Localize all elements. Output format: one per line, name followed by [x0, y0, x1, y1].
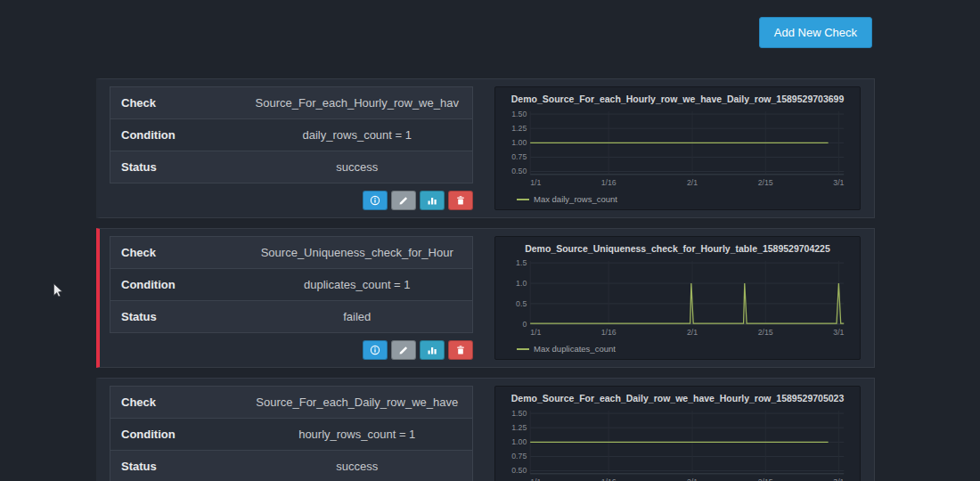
- svg-text:0.75: 0.75: [511, 452, 527, 461]
- chart-legend[interactable]: Max duplicates_count: [504, 344, 851, 354]
- status-value: failed: [242, 301, 473, 333]
- condition-value: daily_rows_count = 1: [242, 119, 473, 151]
- card-actions: [110, 340, 473, 360]
- condition-value: hourly_rows_count = 1: [242, 419, 473, 451]
- chart-button[interactable]: [420, 340, 445, 360]
- check-label: Check: [110, 387, 242, 419]
- info-button[interactable]: [363, 191, 388, 210]
- svg-text:1.50: 1.50: [511, 110, 527, 118]
- check-details: Check Source_For_each_Hourly_row_we_hav …: [110, 86, 473, 210]
- condition-label: Condition: [110, 419, 242, 451]
- svg-text:2/15: 2/15: [758, 178, 773, 187]
- edit-button[interactable]: [391, 340, 416, 360]
- check-card: Check Source_Uniqueness_check_for_Hour C…: [96, 228, 875, 368]
- pencil-icon: [398, 195, 409, 206]
- edit-button[interactable]: [391, 191, 416, 210]
- table-row-check: Check Source_Uniqueness_check_for_Hour: [110, 237, 473, 269]
- svg-text:3/1: 3/1: [833, 178, 844, 187]
- trash-icon: [455, 195, 466, 206]
- chart-legend[interactable]: Max daily_rows_count: [504, 194, 851, 204]
- chart-title: Demo_Source_For_each_Daily_row_we_have_H…: [504, 393, 851, 404]
- svg-text:0.50: 0.50: [511, 167, 527, 176]
- check-value: Source_For_each_Daily_row_we_have: [242, 387, 473, 419]
- chart-panel: Demo_Source_Uniqueness_check_for_Hourly_…: [494, 236, 861, 360]
- table-row-check: Check Source_For_each_Hourly_row_we_hav: [110, 87, 473, 119]
- table-row-check: Check Source_For_each_Daily_row_we_have: [110, 387, 473, 419]
- svg-text:2/1: 2/1: [687, 328, 698, 337]
- delete-button[interactable]: [448, 340, 473, 360]
- table-row-condition: Condition duplicates_count = 1: [110, 269, 473, 301]
- line-chart: 0.500.751.001.251.501/11/162/12/153/1: [504, 107, 851, 192]
- chart-panel: Demo_Source_For_each_Daily_row_we_have_H…: [494, 386, 861, 481]
- mouse-cursor: [52, 283, 64, 298]
- svg-text:1.25: 1.25: [511, 423, 527, 432]
- bar-chart-icon: [427, 195, 437, 206]
- svg-text:0.75: 0.75: [511, 152, 527, 161]
- table-row-status: Status failed: [110, 301, 473, 333]
- trash-icon: [455, 345, 466, 355]
- legend-swatch-icon: [517, 199, 529, 200]
- card-actions: [110, 191, 473, 210]
- svg-text:2/1: 2/1: [687, 477, 698, 481]
- info-icon: [370, 195, 380, 206]
- chart-button[interactable]: [420, 191, 445, 210]
- pencil-icon: [398, 345, 409, 355]
- status-label: Status: [110, 451, 242, 481]
- svg-text:1.25: 1.25: [511, 124, 527, 133]
- delete-button[interactable]: [448, 191, 473, 210]
- svg-text:1/16: 1/16: [601, 477, 617, 481]
- condition-label: Condition: [110, 269, 242, 301]
- status-value: success: [242, 451, 473, 481]
- status-label: Status: [110, 151, 242, 183]
- chart-title: Demo_Source_For_each_Hourly_row_we_have_…: [504, 94, 851, 104]
- svg-text:1.00: 1.00: [511, 437, 527, 446]
- table-row-condition: Condition daily_rows_count = 1: [110, 119, 473, 151]
- svg-text:2/15: 2/15: [758, 477, 773, 481]
- svg-text:3/1: 3/1: [833, 477, 844, 481]
- check-card: Check Source_For_each_Daily_row_we_have …: [96, 378, 875, 481]
- svg-text:0.50: 0.50: [511, 467, 527, 476]
- svg-text:1.5: 1.5: [516, 258, 527, 267]
- svg-text:3/1: 3/1: [833, 328, 844, 337]
- legend-label: Max daily_rows_count: [534, 194, 617, 204]
- line-chart: 00.51.01.51/11/162/12/153/1: [504, 257, 851, 342]
- svg-text:0.5: 0.5: [516, 299, 527, 308]
- checks-list: Check Source_For_each_Hourly_row_we_hav …: [96, 78, 875, 481]
- info-button[interactable]: [363, 340, 388, 360]
- bar-chart-icon: [427, 345, 437, 355]
- svg-text:1/16: 1/16: [601, 178, 617, 187]
- legend-swatch-icon: [517, 348, 529, 350]
- svg-text:0: 0: [522, 320, 527, 329]
- svg-text:2/15: 2/15: [758, 328, 773, 337]
- check-label: Check: [110, 87, 242, 119]
- svg-text:1/1: 1/1: [530, 477, 541, 481]
- check-table: Check Source_For_each_Daily_row_we_have …: [110, 386, 473, 481]
- chart-panel: Demo_Source_For_each_Hourly_row_we_have_…: [494, 86, 861, 210]
- svg-text:1.0: 1.0: [516, 279, 527, 288]
- svg-text:1.00: 1.00: [511, 138, 527, 147]
- check-value: Source_Uniqueness_check_for_Hour: [242, 237, 473, 269]
- svg-text:1/1: 1/1: [530, 328, 541, 337]
- status-label: Status: [110, 301, 242, 333]
- svg-text:1.50: 1.50: [511, 409, 527, 418]
- check-table: Check Source_Uniqueness_check_for_Hour C…: [110, 236, 473, 333]
- check-table: Check Source_For_each_Hourly_row_we_hav …: [110, 86, 473, 183]
- info-icon: [370, 345, 380, 355]
- check-value: Source_For_each_Hourly_row_we_hav: [242, 87, 473, 119]
- legend-label: Max duplicates_count: [534, 344, 616, 354]
- svg-text:1/1: 1/1: [530, 178, 541, 187]
- status-value: success: [242, 151, 473, 183]
- condition-label: Condition: [110, 119, 242, 151]
- table-row-status: Status success: [110, 151, 473, 183]
- chart-title: Demo_Source_Uniqueness_check_for_Hourly_…: [504, 243, 851, 254]
- svg-text:1/16: 1/16: [601, 328, 617, 337]
- condition-value: duplicates_count = 1: [242, 269, 473, 301]
- line-chart: 0.500.751.001.251.501/11/162/12/153/1: [504, 406, 851, 481]
- check-label: Check: [110, 237, 242, 269]
- svg-text:2/1: 2/1: [687, 178, 698, 187]
- check-details: Check Source_Uniqueness_check_for_Hour C…: [110, 236, 473, 360]
- table-row-condition: Condition hourly_rows_count = 1: [110, 419, 473, 451]
- check-card: Check Source_For_each_Hourly_row_we_hav …: [96, 78, 875, 218]
- add-new-check-button[interactable]: Add New Check: [759, 17, 872, 48]
- table-row-status: Status success: [110, 451, 473, 481]
